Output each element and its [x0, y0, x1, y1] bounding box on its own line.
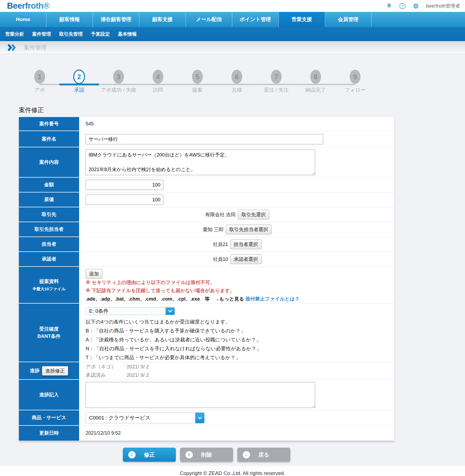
tab-point-management[interactable]: ポイント管理	[232, 12, 279, 27]
step-appointment-result: 3 アポ成功 / 失敗	[99, 65, 138, 94]
field-label: 原価	[19, 192, 79, 207]
delete-button[interactable]: ✕ 削除	[180, 448, 233, 462]
main-nav: Home 顧客情報 潜在顧客管理 顧客支援 メール配信 ポイント管理 営業支援 …	[0, 12, 465, 27]
progress-note-textarea[interactable]	[86, 382, 315, 408]
row-amount: 金額	[19, 178, 394, 192]
client-value: 有限会社 吉田	[205, 211, 236, 218]
step-number: 8	[310, 70, 321, 84]
step-approval: 2 承認	[59, 65, 99, 94]
row-client: 取引先 有限会社 吉田 取引先選択	[19, 207, 394, 222]
bant-line-n: N：「自社の商品・サービスを手に入れなければならない必要性があるか？」	[86, 344, 389, 353]
row-progress: 進捗 進捗修正 アポ（ネゴ） 2021/ 9/ 2 承認済み 2021/ 9/ …	[19, 362, 394, 380]
row-case-number: 案件番号 545	[19, 117, 394, 131]
field-label: 担当者	[19, 237, 79, 252]
bell-icon[interactable]	[386, 2, 393, 9]
row-progress-note: 進捗記入	[19, 380, 394, 410]
bant-line-b: B：「自社の商品・サービスを購入する予算が確保できているのか？」	[86, 327, 389, 335]
footer: Copyright © ZEAD Co.,Ltd. All rights res…	[0, 466, 465, 476]
row-cost: 原価	[19, 192, 394, 207]
tab-home[interactable]: Home	[0, 12, 46, 27]
progress-entry: 承認済み 2021/ 9/ 2	[86, 371, 389, 379]
bant-selected-value: E: 0条件	[89, 308, 109, 315]
row-product-service: 商品・サービス C0001 : クラウドサービス	[19, 410, 394, 426]
client-select-button[interactable]: 取引先選択	[238, 210, 269, 219]
step-follow: 9 フォロー	[335, 65, 375, 94]
step-label: 提案	[192, 86, 203, 94]
step-label: フォロー	[345, 86, 365, 94]
row-case-name: 案件名	[19, 131, 394, 147]
client-contact-select-button[interactable]: 取引先担当者選択	[226, 225, 272, 234]
gear-icon[interactable]	[413, 2, 420, 9]
field-label: 商品・サービス	[19, 410, 79, 426]
svg-text:?: ?	[402, 4, 404, 8]
progress-entry: アポ（ネゴ） 2021/ 9/ 2	[86, 362, 389, 371]
file-warning-2: ※ 下記該当ファイルを圧縮して送っても届かない場合があります。	[86, 287, 389, 295]
tab-sales-support[interactable]: 営業支援	[279, 12, 325, 27]
progress-edit-button[interactable]: 進捗修正	[42, 366, 68, 376]
bant-line-a: A：「決裁権を持っているか、あるいは決裁者に近い役職についているか？」	[86, 335, 389, 344]
step-delivery-complete: 8 納品完了	[296, 65, 335, 94]
check-icon: ✓	[128, 451, 136, 458]
step-visit: 4 訪問	[138, 65, 178, 94]
step-appointment: 1 アポ	[20, 65, 59, 94]
bant-select[interactable]: E: 0条件	[86, 307, 175, 315]
step-label: 訪問	[153, 86, 163, 94]
help-icon[interactable]: ?	[399, 2, 406, 9]
subnav-basic-info[interactable]: 基本情報	[114, 31, 141, 37]
tab-customer-info[interactable]: 顧客情報	[46, 12, 93, 27]
case-detail-textarea[interactable]: IBMクラウドにあるサーバー（200台ほど）をAWSに移行予定。 2021年8月…	[86, 149, 315, 175]
step-label: アポ成功 / 失敗	[101, 86, 136, 94]
row-updated-at: 更新日時 2021/12/10 9:52	[19, 426, 394, 441]
updated-at-value: 2021/12/10 9:52	[86, 430, 389, 436]
step-label: 見積	[232, 86, 242, 94]
step-proposal: 5 提案	[178, 65, 217, 94]
row-bant: 受注確度 BANT条件 E: 0条件 以下の4つの条件にいくつ当てはまるかが受注…	[19, 304, 394, 362]
chevron-down-icon	[195, 412, 204, 423]
add-file-button[interactable]: 追加	[86, 269, 102, 279]
field-label: 提案資料	[39, 278, 59, 285]
subnav-client-management[interactable]: 取引先管理	[55, 31, 87, 37]
step-number: 2	[73, 69, 85, 84]
field-label: 受注確度	[39, 325, 59, 332]
breadcrumb-label: 案件管理	[24, 44, 46, 51]
assignee-select-button[interactable]: 担当者選択	[230, 239, 262, 249]
step-label: 受注 / 失注	[264, 86, 289, 94]
field-label: 進捗記入	[19, 380, 79, 410]
double-chevron-icon	[8, 44, 16, 51]
case-name-input[interactable]	[86, 134, 323, 144]
step-label: 承認	[74, 86, 84, 94]
field-label: 金額	[19, 178, 79, 192]
bant-intro: 以下の4つの条件にいくつ当てはまるかが受注確度となります。	[86, 318, 389, 327]
step-number: 3	[113, 70, 124, 84]
subnav-budget-settings[interactable]: 予算設定	[87, 31, 114, 37]
cost-input[interactable]	[86, 195, 163, 205]
approver-value: 社員10	[213, 256, 228, 262]
forbidden-extensions: .ade、.adp、.bat、.chm、.cmd、.com、.cpl、.exe …	[86, 296, 245, 302]
field-label: 案件内容	[19, 147, 79, 178]
field-label: 取引先	[19, 207, 79, 222]
product-service-select[interactable]: C0001 : クラウドサービス	[86, 412, 204, 423]
step-label: 納品完了	[305, 86, 326, 94]
tab-lead-management[interactable]: 潜在顧客管理	[93, 12, 139, 27]
back-button[interactable]: ← 戻る	[237, 448, 290, 462]
submit-button[interactable]: ✓ 修正	[123, 448, 176, 462]
subnav-case-management[interactable]: 案件管理	[28, 31, 55, 37]
tab-customer-support[interactable]: 顧客支援	[139, 12, 186, 27]
case-edit-form: 案件番号 545 案件名 案件内容 IBMクラウドにあるサーバー（200台ほど）…	[19, 117, 394, 441]
forbidden-files-link[interactable]: 添付禁止ファイルとは？	[245, 296, 300, 302]
field-label: 更新日時	[19, 426, 79, 441]
subnav-sales-analysis[interactable]: 営業分析	[1, 31, 28, 37]
back-arrow-icon: ←	[243, 451, 250, 458]
logged-in-user: beerfroth管理者	[426, 3, 460, 9]
file-warning-1: ※ セキリティ上の理由により以下のファイルは添付不可。	[86, 279, 389, 287]
field-label: 承認者	[19, 252, 79, 267]
form-actions: ✓ 修正 ✕ 削除 ← 戻る	[19, 448, 394, 462]
approver-select-button[interactable]: 承認者選択	[230, 254, 262, 264]
row-client-contact: 取引先担当者 愛知 三郎 取引先担当者選択	[19, 222, 394, 237]
field-sublabel: ※最大10ファイル	[32, 286, 66, 292]
tab-mail-delivery[interactable]: メール配信	[186, 12, 232, 27]
row-proposal-files: 提案資料 ※最大10ファイル 追加 ※ セキリティ上の理由により以下のファイルは…	[19, 267, 394, 304]
assignee-value: 社員21	[213, 241, 228, 248]
tab-member-management[interactable]: 会員管理	[325, 12, 372, 27]
amount-input[interactable]	[86, 180, 163, 190]
